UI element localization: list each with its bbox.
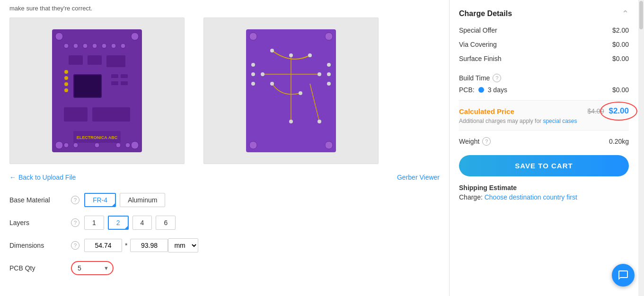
via-covering-label: Via Covering: [459, 41, 497, 48]
chat-button[interactable]: [612, 264, 635, 287]
svg-point-22: [64, 76, 68, 80]
svg-point-47: [318, 120, 321, 123]
svg-point-7: [83, 44, 88, 48]
dimensions-height-input[interactable]: [130, 239, 168, 252]
weight-label: Weight ?: [459, 137, 491, 146]
nav-row: ← Back to Upload File Gerber Viewer: [9, 174, 440, 181]
weight-row: Weight ? 0.20kg: [459, 137, 629, 146]
base-material-row: Base Material ? FR-4 Aluminum: [9, 193, 440, 207]
dimensions-help-icon[interactable]: ?: [71, 241, 79, 250]
svg-point-9: [102, 44, 106, 48]
svg-rect-26: [92, 107, 130, 122]
calculated-price-section: Calculated Price $4.00 $2.00 Additional …: [459, 100, 629, 131]
svg-point-44: [289, 120, 293, 123]
svg-point-53: [327, 82, 331, 86]
pcb-build-row-left: PCB: 3 days: [459, 86, 507, 94]
svg-rect-17: [111, 74, 118, 78]
shipping-section: Shipping Estimate Charge: Choose destina…: [459, 184, 629, 201]
save-to-cart-button[interactable]: SAVE TO CART: [459, 155, 629, 176]
pcb-qty-select[interactable]: 5 10 15 20 25 30 50: [71, 261, 114, 275]
svg-point-31: [95, 143, 99, 148]
top-notice: make sure that they're correct.: [9, 5, 440, 12]
svg-point-4: [131, 141, 139, 149]
base-material-fr4-btn[interactable]: FR-4: [84, 193, 116, 207]
svg-point-1: [55, 33, 63, 40]
dimensions-multiply-symbol: *: [125, 242, 127, 249]
svg-rect-19: [111, 81, 118, 85]
layers-2-btn[interactable]: 2: [108, 216, 129, 230]
collapse-btn[interactable]: ⌃: [622, 9, 629, 18]
svg-point-21: [64, 70, 68, 74]
svg-rect-18: [121, 74, 128, 78]
special-case-link[interactable]: special cases: [543, 118, 577, 124]
price-wrapper: $4.00 $2.00: [587, 106, 629, 116]
charge-title: Charge Details: [459, 9, 512, 18]
new-price: $2.00: [609, 106, 629, 115]
dimensions-row: Dimensions ? * mm inch: [9, 238, 440, 252]
svg-point-37: [249, 141, 257, 149]
weight-value: 0.20kg: [609, 138, 629, 145]
dimensions-unit-select[interactable]: mm inch: [168, 238, 198, 252]
svg-point-24: [64, 88, 68, 92]
layers-1-btn[interactable]: 1: [84, 216, 104, 230]
pcb-qty-row: PCB Qty 5 10 15 20 25 30 50 ▼: [9, 261, 440, 275]
back-to-upload-link[interactable]: ← Back to Upload File: [9, 174, 76, 181]
layers-4-btn[interactable]: 4: [132, 216, 152, 230]
shipping-destination-link[interactable]: Choose destination country first: [485, 193, 577, 201]
back-link-label: Back to Upload File: [18, 174, 76, 181]
weight-text: Weight: [459, 138, 479, 145]
charge-row-surface-finish: Surface Finish $0.00: [459, 55, 629, 62]
scrollbar[interactable]: [638, 0, 644, 296]
svg-rect-20: [121, 81, 128, 85]
svg-point-52: [327, 72, 331, 76]
layers-help-icon[interactable]: ?: [71, 218, 79, 227]
price-circle: $2.00: [609, 106, 629, 116]
pcb-qty-label: PCB Qty: [9, 264, 71, 272]
pcb-label: PCB:: [459, 86, 475, 94]
svg-rect-13: [88, 55, 102, 65]
pcb-back-image: [203, 17, 379, 164]
layers-label: Layers: [9, 219, 71, 226]
layers-6-btn[interactable]: 6: [156, 216, 176, 230]
build-time-help-icon[interactable]: ?: [493, 74, 501, 82]
svg-point-49: [251, 72, 255, 76]
svg-point-45: [270, 82, 274, 86]
charge-row-via-covering: Via Covering $0.00: [459, 41, 629, 48]
svg-point-29: [64, 143, 69, 148]
svg-point-43: [289, 53, 293, 57]
pcb-build-row: PCB: 3 days $0.00: [459, 86, 629, 94]
shipping-label: Shipping Estimate: [459, 184, 629, 192]
charge-header: Charge Details ⌃: [459, 9, 629, 18]
shipping-charge-prefix: Charge:: [459, 193, 483, 201]
gerber-viewer-link[interactable]: Gerber Viewer: [397, 174, 440, 181]
form-section: Base Material ? FR-4 Aluminum Layers ? 1…: [9, 193, 440, 288]
additional-charge-note: Additional charges may apply for special…: [459, 118, 629, 124]
svg-point-30: [73, 143, 78, 148]
build-time-row: Build Time ?: [459, 74, 629, 82]
build-time-text: Build Time: [459, 74, 490, 82]
svg-point-42: [318, 72, 321, 76]
svg-text:ELECTRONICA ABC: ELECTRONICA ABC: [77, 135, 118, 140]
svg-point-32: [116, 143, 121, 148]
dimensions-width-input[interactable]: [84, 239, 122, 252]
charge-row-special-offer: Special Offer $2.00: [459, 26, 629, 34]
svg-point-38: [325, 141, 333, 149]
calc-price-label: Calculated Price: [459, 107, 514, 115]
pcb-qty-wrapper: 5 10 15 20 25 30 50 ▼: [71, 261, 114, 275]
svg-point-36: [325, 33, 333, 40]
pcb-blue-dot: [478, 87, 484, 93]
pcb-images-container: ELECTRONICA ABC: [9, 17, 440, 164]
surface-finish-amount: $0.00: [612, 55, 629, 62]
back-arrow-icon: ←: [9, 174, 16, 181]
svg-point-41: [261, 72, 265, 76]
weight-help-icon[interactable]: ?: [482, 137, 491, 146]
svg-point-2: [131, 33, 139, 40]
svg-point-39: [270, 49, 274, 52]
svg-point-46: [299, 91, 302, 95]
base-material-aluminum-btn[interactable]: Aluminum: [120, 193, 165, 207]
layers-row: Layers ? 1 2 4 6: [9, 216, 440, 230]
base-material-options: FR-4 Aluminum: [84, 193, 165, 207]
base-material-help-icon[interactable]: ?: [71, 196, 79, 204]
surface-finish-label: Surface Finish: [459, 55, 501, 62]
svg-point-11: [121, 44, 125, 48]
